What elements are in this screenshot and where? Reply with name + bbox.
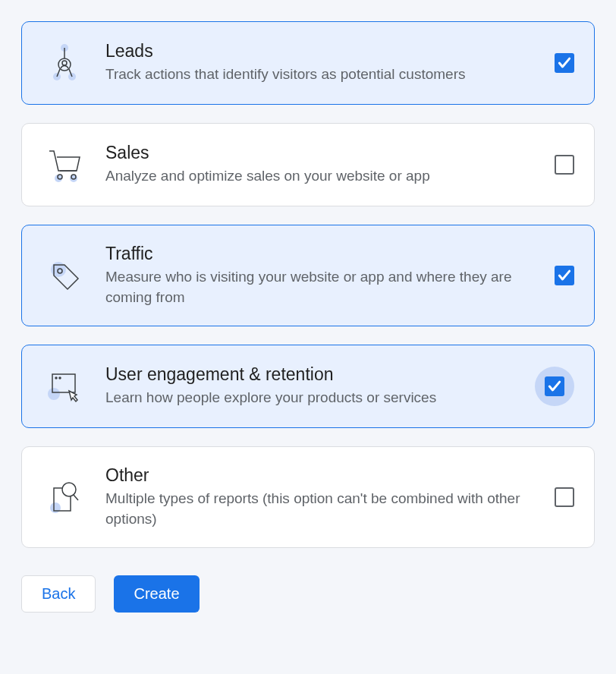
option-card-leads[interactable]: Leads Track actions that identify visito…	[21, 21, 595, 105]
option-card-sales[interactable]: Sales Analyze and optimize sales on your…	[21, 123, 595, 206]
tag-icon	[42, 253, 87, 298]
option-text: User engagement & retention Learn how pe…	[105, 364, 517, 408]
svg-line-21	[74, 495, 78, 500]
window-cursor-icon	[42, 364, 87, 409]
cart-icon	[42, 142, 87, 187]
svg-point-18	[50, 502, 61, 513]
leads-icon	[42, 40, 87, 86]
option-card-other[interactable]: Other Multiple types of reports (this op…	[21, 446, 595, 548]
option-description: Track actions that identify visitors as …	[105, 65, 536, 85]
svg-point-20	[62, 483, 76, 496]
option-card-engagement[interactable]: User engagement & retention Learn how pe…	[21, 345, 595, 428]
footer-actions: Back Create	[21, 575, 595, 613]
svg-point-4	[62, 61, 67, 65]
option-text: Traffic Measure who is visiting your web…	[105, 244, 536, 307]
option-description: Multiple types of reports (this option c…	[105, 489, 536, 529]
option-card-traffic[interactable]: Traffic Measure who is visiting your web…	[21, 225, 595, 326]
checkbox-traffic[interactable]	[555, 266, 574, 285]
option-title: User engagement & retention	[105, 364, 517, 385]
option-description: Learn how people explore your products o…	[105, 388, 517, 408]
svg-point-16	[55, 377, 57, 379]
checkbox-sales[interactable]	[555, 155, 574, 175]
checkbox-engagement[interactable]	[545, 376, 564, 396]
option-text: Sales Analyze and optimize sales on your…	[105, 143, 536, 187]
option-title: Sales	[105, 143, 536, 163]
option-description: Analyze and optimize sales on your websi…	[105, 166, 536, 187]
svg-point-17	[59, 377, 61, 379]
option-text: Leads Track actions that identify visito…	[105, 41, 536, 85]
search-page-icon	[42, 474, 87, 520]
svg-point-9	[70, 175, 77, 182]
option-title: Traffic	[105, 244, 536, 264]
option-title: Other	[105, 465, 536, 486]
checkbox-other[interactable]	[555, 487, 574, 507]
checkbox-halo	[535, 367, 574, 406]
option-text: Other Multiple types of reports (this op…	[105, 465, 536, 529]
create-button[interactable]: Create	[114, 575, 199, 613]
svg-point-14	[48, 388, 60, 400]
option-description: Measure who is visiting your website or …	[105, 267, 536, 307]
checkbox-leads[interactable]	[555, 53, 574, 73]
option-title: Leads	[105, 41, 536, 61]
back-button[interactable]: Back	[21, 575, 96, 613]
